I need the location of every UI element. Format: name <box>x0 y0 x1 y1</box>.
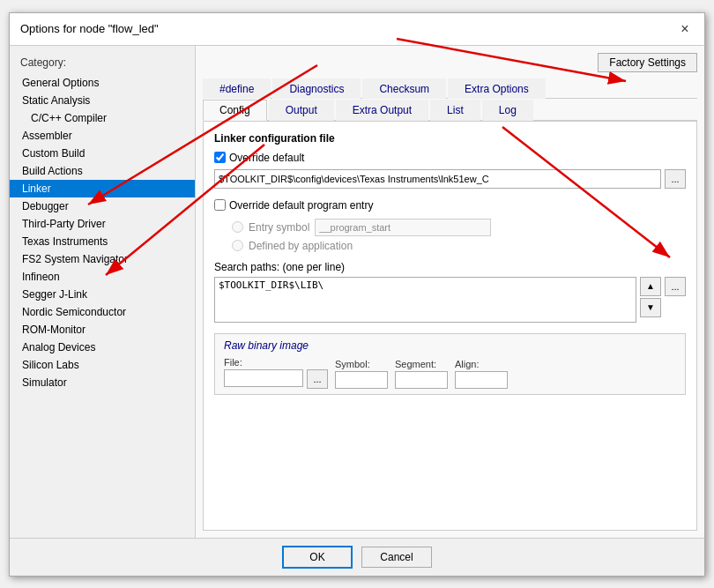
search-paths-textarea[interactable]: $TOOLKIT_DIR$\LIB\ <box>214 277 636 323</box>
sidebar-item-analog-devices[interactable]: Analog Devices <box>10 339 195 356</box>
tab-checksum[interactable]: Checksum <box>362 78 446 99</box>
sidebar-item-third-party-driver[interactable]: Third-Party Driver <box>10 215 195 233</box>
override-program-row: Override default program entry <box>214 199 686 212</box>
raw-fields-row: File: ... Symbol: Se <box>224 357 676 389</box>
radio-group: Entry symbol Defined by application <box>232 219 686 252</box>
file-input-row: ... <box>224 369 328 389</box>
tab-extra-output[interactable]: Extra Output <box>336 100 428 121</box>
sidebar-item-debugger[interactable]: Debugger <box>10 197 195 215</box>
factory-btn-row: Factory Settings <box>203 53 697 72</box>
scroll-up-button[interactable]: ▲ <box>640 277 661 296</box>
sidebar-item-cpp-compiler[interactable]: C/C++ Compiler <box>10 109 195 127</box>
factory-settings-button[interactable]: Factory Settings <box>598 53 697 72</box>
override-program-entry-label[interactable]: Override default program entry <box>214 199 373 212</box>
scroll-down-button[interactable]: ▼ <box>640 298 661 317</box>
tab-extra-options[interactable]: Extra Options <box>448 78 546 99</box>
segment-input[interactable] <box>395 371 448 389</box>
linker-browse-button[interactable]: ... <box>665 169 686 189</box>
defined-by-app-label: Defined by application <box>249 240 353 252</box>
search-scroll-btns: ▲ ▼ <box>640 277 661 323</box>
raw-binary-title: Raw binary image <box>224 339 676 352</box>
symbol-label: Symbol: <box>335 359 388 369</box>
file-input[interactable] <box>224 369 303 387</box>
entry-symbol-radio[interactable] <box>232 221 243 233</box>
sidebar-item-static-analysis[interactable]: Static Analysis <box>10 92 195 109</box>
category-label: Category: <box>10 53 195 74</box>
close-button[interactable]: × <box>676 20 694 38</box>
search-browse-button[interactable]: ... <box>665 277 686 296</box>
align-field-group: Align: <box>455 359 508 389</box>
file-field-group: File: ... <box>224 357 328 389</box>
dialog-title: Options for node "flow_led" <box>20 22 159 35</box>
sidebar-item-silicon-labs[interactable]: Silicon Labs <box>10 356 195 374</box>
override-default-text: Override default <box>229 152 304 164</box>
linker-path-input[interactable] <box>214 169 661 189</box>
sidebar-item-assembler[interactable]: Assembler <box>10 127 195 145</box>
tabs-row2: Config Output Extra Output List Log <box>203 99 697 121</box>
file-browse-button[interactable]: ... <box>307 369 328 389</box>
linker-file-row: Override default <box>214 152 686 164</box>
title-bar: Options for node "flow_led" × <box>10 13 704 46</box>
override-program-entry-checkbox[interactable] <box>214 199 226 211</box>
sidebar-item-segger-jlink[interactable]: Segger J-Link <box>10 286 195 303</box>
entry-symbol-label: Entry symbol <box>249 221 309 234</box>
content-area: Factory Settings #define Diagnostics Che… <box>195 46 704 538</box>
main-panel: Linker configuration file Override defau… <box>203 121 697 531</box>
dialog-body: Category: General Options Static Analysi… <box>10 46 704 538</box>
sidebar-item-infineon[interactable]: Infineon <box>10 268 195 286</box>
linker-section-title: Linker configuration file <box>214 132 686 145</box>
tab-diagnostics[interactable]: Diagnostics <box>272 78 361 99</box>
sidebar: Category: General Options Static Analysi… <box>10 46 195 538</box>
sidebar-item-custom-build[interactable]: Custom Build <box>10 145 195 162</box>
align-label: Align: <box>455 359 508 369</box>
sidebar-item-fs2-system-navigator[interactable]: FS2 System Navigator <box>10 250 195 268</box>
tab-config[interactable]: Config <box>203 100 267 121</box>
sidebar-item-nordic-semiconductor[interactable]: Nordic Semiconductor <box>10 303 195 321</box>
defined-by-app-row: Defined by application <box>232 240 686 252</box>
sidebar-item-rom-monitor[interactable]: ROM-Monitor <box>10 321 195 339</box>
sidebar-item-simulator[interactable]: Simulator <box>10 374 195 391</box>
search-paths-row: $TOOLKIT_DIR$\LIB\ ▲ ▼ ... <box>214 277 686 323</box>
ok-button[interactable]: OK <box>282 546 353 569</box>
symbol-input[interactable] <box>335 371 388 389</box>
symbol-field-group: Symbol: <box>335 359 388 389</box>
entry-symbol-input[interactable] <box>315 219 491 236</box>
file-label: File: <box>224 357 328 368</box>
path-row: ... <box>214 169 686 189</box>
raw-binary-section: Raw binary image File: ... Symbol: <box>214 333 686 395</box>
override-program-entry-text: Override default program entry <box>229 199 373 212</box>
segment-label: Segment: <box>395 359 448 369</box>
dialog-footer: OK Cancel <box>10 538 704 576</box>
tab-log[interactable]: Log <box>482 100 533 121</box>
tab-list[interactable]: List <box>430 100 480 121</box>
tabs-row1: #define Diagnostics Checksum Extra Optio… <box>203 78 697 99</box>
sidebar-item-general-options[interactable]: General Options <box>10 74 195 92</box>
align-input[interactable] <box>455 371 508 389</box>
defined-by-app-radio[interactable] <box>232 240 243 251</box>
sidebar-item-texas-instruments[interactable]: Texas Instruments <box>10 233 195 250</box>
sidebar-item-linker[interactable]: Linker <box>10 180 195 197</box>
cancel-button[interactable]: Cancel <box>361 547 432 568</box>
search-paths-label: Search paths: (one per line) <box>214 261 686 273</box>
segment-field-group: Segment: <box>395 359 448 389</box>
override-default-checkbox[interactable] <box>214 152 226 163</box>
tab-output[interactable]: Output <box>269 100 334 121</box>
override-default-label[interactable]: Override default <box>214 152 304 164</box>
tab-define[interactable]: #define <box>203 78 271 99</box>
entry-symbol-row: Entry symbol <box>232 219 686 236</box>
sidebar-item-build-actions[interactable]: Build Actions <box>10 162 195 180</box>
